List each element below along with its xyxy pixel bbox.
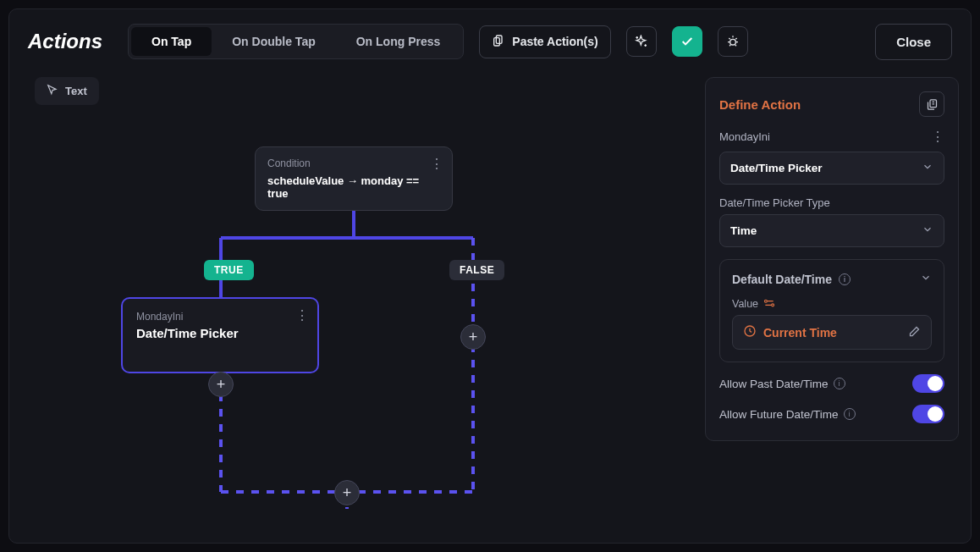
info-icon[interactable]: i [839,273,851,285]
chip-label: Text [65,85,87,97]
node-menu-icon[interactable]: ⋮ [430,156,443,172]
default-datetime-section: Default Date/Time i Value Curren [719,259,944,362]
allow-past-toggle[interactable] [912,374,944,393]
page-title: Actions [28,30,102,53]
paste-actions-button[interactable]: Paste Action(s) [479,25,610,58]
add-action-true-button[interactable]: + [208,372,234,397]
trigger-tabs: On Tap On Double Tap On Long Press [128,24,464,59]
info-icon[interactable]: i [834,378,845,389]
picker-type-select[interactable]: Time [719,214,944,247]
topbar: Actions On Tap On Double Tap On Long Pre… [9,9,971,74]
info-icon[interactable]: i [844,408,856,420]
true-badge: TRUE [204,260,254,280]
node-menu-icon[interactable]: ⋮ [931,129,944,145]
false-badge: FALSE [449,260,504,280]
chevron-down-icon [922,161,933,175]
add-action-false-button[interactable]: + [460,324,486,350]
picker-type-value: Time [730,224,757,237]
debug-button[interactable] [718,26,748,57]
variable-icon[interactable] [763,298,775,310]
edit-icon[interactable] [908,325,921,340]
close-button[interactable]: Close [875,24,952,60]
panel-title: Define Action [719,97,801,112]
node-title: Date/Time Picker [136,326,304,340]
widget-chip[interactable]: Text [35,77,99,105]
tab-on-double-tap[interactable]: On Double Tap [212,27,336,56]
svg-point-11 [765,300,768,302]
tab-on-tap[interactable]: On Tap [131,27,212,56]
picker-type-label: Date/Time Picker Type [719,196,944,209]
default-value-text: Current Time [763,326,837,339]
validate-button[interactable] [672,26,702,57]
condition-expression: scheduleValue → monday == true [267,174,440,200]
value-label: Value [732,298,758,310]
svg-point-2 [729,39,735,45]
allow-future-label: Allow Future Date/Time [719,408,839,421]
allow-future-toggle[interactable] [912,405,944,423]
condition-node[interactable]: ⋮ Condition scheduleValue → monday == tr… [255,146,453,211]
condition-label: Condition [267,157,440,169]
action-type-value: Date/Time Picker [730,162,823,174]
svg-point-12 [772,304,774,306]
action-type-select[interactable]: Date/Time Picker [719,152,944,185]
paste-icon [492,34,505,50]
action-node-selected[interactable]: ⋮ MondayIni Date/Time Picker [121,297,319,373]
section-label: Default Date/Time [732,273,832,286]
allow-past-label: Allow Past Date/Time [719,378,829,390]
paste-label: Paste Action(s) [512,35,597,48]
actions-editor: Actions On Tap On Double Tap On Long Pre… [8,8,972,544]
cursor-icon [47,84,58,98]
tab-on-long-press[interactable]: On Long Press [336,27,461,56]
default-value-input[interactable]: Current Time [732,315,932,350]
smart-action-button[interactable] [626,26,657,57]
node-subtitle: MondayIni [136,311,304,323]
copy-action-button[interactable] [919,91,944,117]
add-action-merge-button[interactable]: + [334,480,360,505]
chevron-down-icon [920,272,932,286]
svg-rect-0 [497,36,503,43]
properties-panel: Define Action MondayIni ⋮ Date/Time Pick… [705,77,959,441]
chevron-down-icon [922,224,933,238]
default-datetime-toggle[interactable]: Default Date/Time i [732,272,932,286]
clock-icon [743,324,757,340]
node-name-label: MondayIni [719,130,770,143]
node-menu-icon[interactable]: ⋮ [295,307,309,323]
flow-canvas[interactable]: ⋮ Condition scheduleValue → monday == tr… [9,111,691,543]
